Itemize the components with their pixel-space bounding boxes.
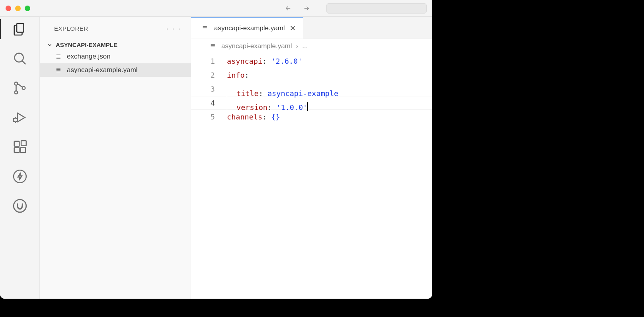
- line-number: 1: [191, 54, 227, 68]
- line-number: 3: [191, 82, 227, 96]
- explorer-icon[interactable]: [12, 22, 27, 37]
- code-editor[interactable]: 1 asyncapi: '2.6.0' 2 info: 3 title: asy…: [191, 53, 432, 299]
- explorer-header: EXPLORER · · ·: [40, 17, 191, 40]
- line-number: 5: [191, 110, 227, 124]
- explorer-more-icon[interactable]: · · ·: [166, 24, 181, 33]
- file-icon: ≣: [210, 43, 217, 49]
- svg-point-11: [14, 200, 26, 212]
- window-controls: [6, 6, 30, 11]
- code-line: 5 channels: {}: [191, 110, 432, 124]
- titlebar: [0, 0, 432, 17]
- nav-group: [285, 5, 310, 12]
- chevron-right-icon: ›: [296, 42, 299, 50]
- breadcrumb-file: asyncapi-example.yaml: [221, 42, 292, 50]
- breadcrumb-more: ...: [302, 42, 308, 50]
- folder-root-label: ASYNCAPI-EXAMPLE: [56, 41, 117, 48]
- chevron-down-icon: [47, 42, 53, 48]
- line-number: 4: [191, 96, 227, 110]
- nav-forward-icon[interactable]: [303, 5, 310, 12]
- lightning-icon[interactable]: [12, 169, 27, 184]
- run-debug-icon[interactable]: [12, 110, 27, 125]
- file-icon: ≣: [56, 53, 63, 60]
- mulesoft-icon[interactable]: [12, 198, 27, 213]
- line-number: 2: [191, 68, 227, 82]
- editor-tabs: ≣ asyncapi-example.yaml ✕: [191, 17, 432, 39]
- svg-point-5: [14, 118, 18, 122]
- svg-point-10: [14, 170, 26, 183]
- minimize-window-button[interactable]: [15, 6, 21, 11]
- svg-point-3: [14, 91, 18, 94]
- search-icon[interactable]: [12, 51, 27, 66]
- file-icon: ≣: [202, 25, 209, 31]
- explorer-title: EXPLORER: [54, 25, 88, 32]
- tab-label: asyncapi-example.yaml: [214, 24, 285, 32]
- nav-back-icon[interactable]: [285, 5, 292, 12]
- code-line: 1 asyncapi: '2.6.0': [191, 54, 432, 68]
- svg-rect-0: [17, 23, 23, 32]
- source-control-icon[interactable]: [12, 80, 27, 96]
- svg-point-2: [14, 82, 18, 85]
- tab-asyncapi-example[interactable]: ≣ asyncapi-example.yaml ✕: [191, 17, 303, 39]
- svg-rect-7: [14, 148, 19, 153]
- explorer-panel: EXPLORER · · · ASYNCAPI-EXAMPLE ≣ exchan…: [40, 17, 191, 299]
- code-line: 2 info:: [191, 68, 432, 82]
- svg-point-1: [14, 53, 23, 62]
- svg-rect-9: [21, 141, 26, 146]
- close-window-button[interactable]: [6, 6, 11, 11]
- file-icon: ≣: [56, 67, 63, 73]
- activity-bar: [0, 17, 40, 299]
- file-exchange-json[interactable]: ≣ exchange.json: [40, 50, 191, 63]
- app-window: EXPLORER · · · ASYNCAPI-EXAMPLE ≣ exchan…: [0, 0, 432, 299]
- editor-area: ≣ asyncapi-example.yaml ✕ ≣ asyncapi-exa…: [191, 17, 432, 299]
- folder-root[interactable]: ASYNCAPI-EXAMPLE: [40, 40, 191, 50]
- svg-rect-6: [14, 141, 19, 147]
- breadcrumb[interactable]: ≣ asyncapi-example.yaml › ...: [191, 39, 432, 53]
- command-center[interactable]: [326, 3, 427, 14]
- close-icon[interactable]: ✕: [290, 24, 296, 33]
- code-line-current: 4 version: '1.0.0': [191, 96, 432, 110]
- svg-rect-8: [20, 148, 25, 153]
- extensions-icon[interactable]: [12, 139, 27, 155]
- maximize-window-button[interactable]: [25, 6, 30, 11]
- code-line: 3 title: asyncapi-example: [191, 82, 432, 96]
- file-label: asyncapi-example.yaml: [67, 66, 138, 74]
- workbench: EXPLORER · · · ASYNCAPI-EXAMPLE ≣ exchan…: [0, 17, 432, 299]
- file-label: exchange.json: [67, 53, 111, 61]
- file-asyncapi-example-yaml[interactable]: ≣ asyncapi-example.yaml: [40, 63, 191, 77]
- svg-point-4: [22, 86, 25, 90]
